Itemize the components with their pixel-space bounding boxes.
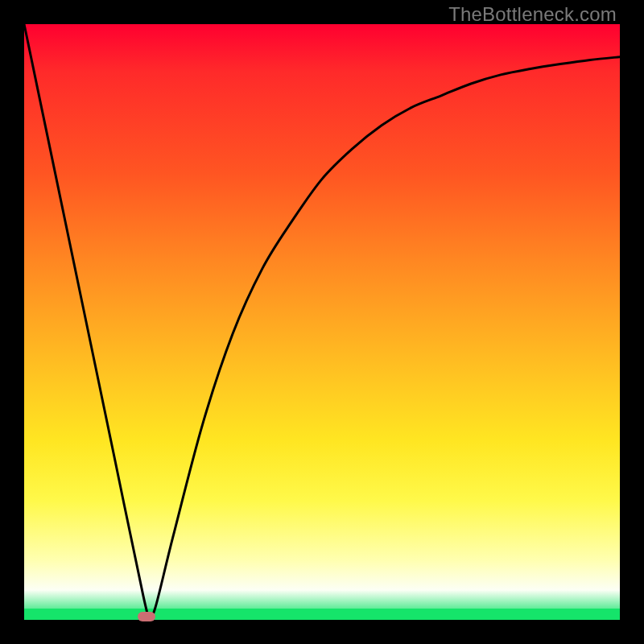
optimum-marker [138, 612, 155, 621]
bottleneck-curve [24, 24, 620, 620]
plot-area [24, 24, 620, 620]
chart-frame: TheBottleneck.com [0, 0, 644, 644]
curve-path [24, 24, 620, 617]
watermark-text: TheBottleneck.com [448, 3, 617, 26]
baseline-strip [24, 609, 620, 620]
